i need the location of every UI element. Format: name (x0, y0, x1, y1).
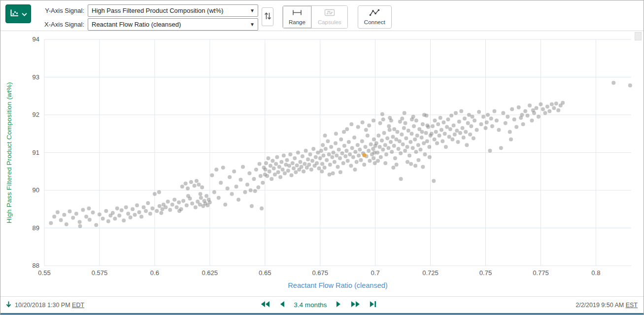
scatter-point (277, 165, 281, 169)
pan-back-button[interactable] (277, 299, 286, 311)
scatter-point (369, 142, 373, 146)
scatter-point (472, 136, 475, 140)
y-axis-signal-label: Y-Axis Signal: (35, 7, 84, 14)
scatter-point (462, 136, 466, 140)
scatter-point (453, 133, 457, 137)
scatter-point (325, 158, 329, 162)
double-triangle-left-icon (260, 300, 270, 310)
scatter-point (381, 117, 385, 121)
scatter-point (177, 201, 181, 205)
scatter-point (320, 162, 324, 166)
scatter-point (208, 201, 212, 205)
scatter-plot-canvas[interactable]: 888990919293940.550.5750.60.6250.650.675… (0, 31, 644, 296)
pan-to-end-button[interactable] (368, 299, 378, 311)
scatter-point (413, 138, 417, 141)
scatter-point (501, 111, 505, 115)
scatter-point (293, 156, 297, 160)
scatter-point (448, 127, 452, 131)
scatter-point (306, 157, 310, 161)
range-end-timezone-link[interactable]: EST (626, 302, 638, 309)
range-button[interactable]: Range (283, 6, 311, 28)
scatter-point (360, 140, 364, 143)
scatter-point (339, 170, 342, 174)
x-axis-signal-select[interactable]: Reactant Flow Ratio (cleansed) ▼ (88, 18, 258, 31)
scatter-point (252, 177, 256, 181)
range-icon (292, 9, 303, 18)
scatter-point (291, 161, 295, 165)
scatter-point (510, 107, 514, 111)
scatter-point (424, 131, 428, 135)
scatter-point (537, 115, 541, 119)
scatter-point (288, 152, 292, 156)
scatter-point (410, 132, 414, 136)
x-axis-title: Reactant Flow Ratio (cleansed) (44, 281, 631, 289)
scatter-point (181, 199, 185, 203)
scatter-point (435, 141, 439, 145)
y-axis-title: High Pass Filtered Product Composition (… (3, 39, 14, 266)
scatter-point (504, 121, 508, 125)
scatter-point (71, 216, 75, 220)
swap-axes-button[interactable] (262, 7, 273, 26)
scatter-point (281, 168, 285, 172)
scatter-point (296, 151, 300, 155)
scatter-point (237, 198, 240, 202)
capsules-button-label: Capsules (318, 19, 341, 25)
scatter-point (230, 192, 234, 196)
scatter-point (343, 154, 347, 158)
scatter-point (249, 188, 253, 192)
chart-type-button[interactable] (5, 4, 31, 23)
scatter-point (78, 224, 82, 228)
scatter-point (376, 159, 380, 163)
scatter-point (403, 149, 407, 153)
triangle-right-icon (336, 300, 342, 310)
scatter-point (434, 130, 438, 134)
y-axis-signal-select[interactable]: High Pass Filtered Product Composition (… (88, 4, 258, 17)
scatter-point (193, 184, 197, 188)
scatter-point (320, 170, 324, 174)
pan-forward-button[interactable] (335, 299, 343, 311)
scatter-point (421, 122, 425, 126)
scatter-point (261, 181, 265, 185)
scatter-point (271, 159, 274, 163)
duration-label[interactable]: 3.4 months (294, 301, 327, 309)
scatter-point (317, 167, 321, 171)
scatter-point (321, 154, 325, 158)
scatter-point (389, 140, 393, 144)
scatter-point (153, 192, 157, 196)
scatter-point (410, 117, 414, 121)
scatter-point (362, 163, 366, 167)
scrollbar-thumb[interactable] (635, 32, 642, 40)
scatter-point (380, 112, 384, 116)
scatter-point (273, 173, 277, 176)
scatter-point (349, 122, 353, 126)
scatter-point (214, 168, 218, 172)
scatter-point (294, 170, 298, 174)
scatter-point (344, 149, 348, 153)
scatter-point (356, 125, 360, 129)
scatter-point (454, 111, 458, 115)
y-tick-label: 93 (33, 73, 39, 81)
scatter-plot-icon (10, 9, 19, 19)
scatter-point (303, 162, 306, 166)
scatter-point (221, 166, 225, 170)
pan-forward-full-button[interactable] (349, 299, 362, 311)
scatter-point (391, 135, 395, 139)
scatter-point (274, 162, 278, 166)
x-tick-label: 0.7 (371, 269, 380, 277)
capsules-button[interactable]: Capsules (311, 6, 347, 28)
pan-back-full-button[interactable] (259, 299, 271, 311)
scatter-point (465, 143, 469, 147)
connect-button[interactable]: Connect (358, 5, 392, 29)
scatter-point (212, 190, 216, 194)
scatter-point (155, 209, 159, 213)
range-end: 2/2/2019 9:50 AM EST (576, 302, 638, 309)
scatter-point (486, 113, 490, 117)
scatter-point (195, 179, 199, 183)
scatter-point (458, 131, 462, 135)
scatter-point (469, 124, 473, 128)
time-range-footer: 10/20/2018 1:30 PM EDT (0, 296, 644, 313)
range-start-timezone-link[interactable]: EDT (72, 302, 84, 309)
scatter-point (137, 210, 141, 214)
scatter-point (438, 134, 441, 138)
scatter-point (276, 170, 280, 174)
